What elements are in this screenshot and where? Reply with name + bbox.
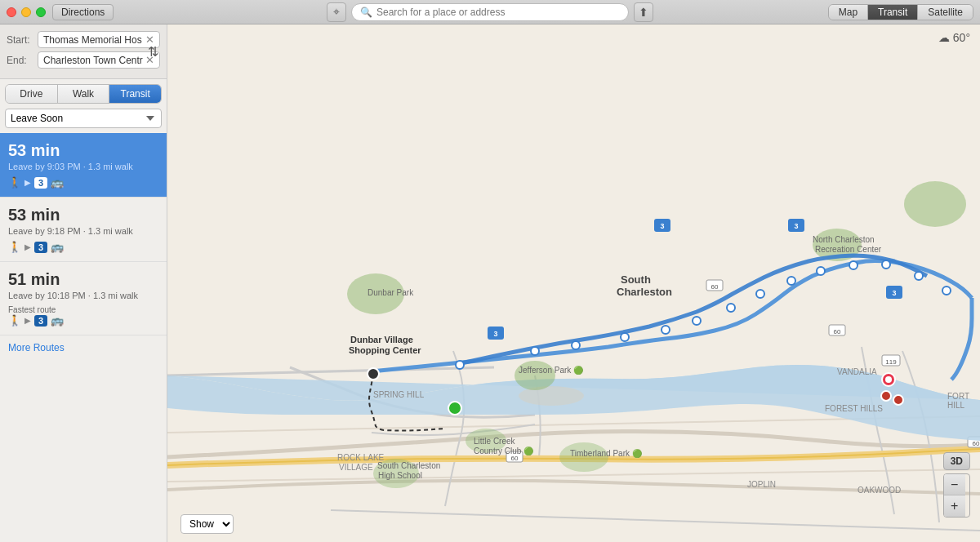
svg-text:60: 60	[834, 328, 841, 335]
route-detail: Leave by 10:18 PM · 1.3 mi walk	[8, 291, 158, 300]
svg-point-20	[373, 459, 419, 488]
svg-point-48	[368, 368, 379, 380]
arrow-icon: ▶	[24, 242, 31, 251]
svg-point-16	[347, 273, 404, 314]
svg-point-17	[514, 361, 555, 390]
svg-point-22	[559, 442, 608, 472]
satellite-button[interactable]: Satellite	[918, 5, 973, 20]
map-area[interactable]: 60 60 60 60 119	[167, 24, 980, 542]
search-icon: 🔍	[360, 7, 372, 18]
search-bar: 🔍	[351, 3, 629, 21]
end-input[interactable]: Charleston Town Centr ✕	[38, 51, 160, 69]
transit-button[interactable]: Transit	[868, 5, 918, 20]
svg-text:3: 3	[794, 222, 798, 230]
svg-text:60: 60	[711, 283, 719, 291]
route-note: Fastest route	[8, 305, 158, 314]
end-row: End: Charleston Town Centr ✕	[7, 51, 160, 69]
walk-icon: 🚶	[8, 314, 21, 327]
arrow-icon: ▶	[24, 316, 31, 325]
route-inputs: Start: Thomas Memorial Hos ✕ End: Charle…	[0, 24, 167, 79]
route-time: 53 min	[8, 206, 158, 224]
map-view-buttons: Map Transit Satellite	[828, 4, 973, 20]
svg-point-45	[448, 402, 461, 415]
svg-point-47	[885, 376, 892, 383]
svg-text:3: 3	[660, 222, 664, 230]
start-input[interactable]: Thomas Memorial Hos ✕	[38, 31, 160, 48]
map-svg: 60 60 60 60 119	[167, 24, 980, 542]
svg-point-33	[849, 261, 858, 269]
show-select[interactable]: Show	[180, 514, 234, 534]
directions-button[interactable]: Directions	[52, 4, 114, 20]
transport-modes: Drive Walk Transit	[5, 84, 162, 104]
route-detail: Leave by 9:03 PM · 1.3 mi walk	[8, 162, 158, 171]
svg-point-27	[662, 326, 670, 334]
svg-point-30	[756, 290, 764, 298]
svg-point-35	[915, 272, 923, 280]
svg-point-19	[904, 181, 966, 227]
drive-button[interactable]: Drive	[6, 85, 58, 103]
weather-icon: ☁	[938, 31, 950, 44]
route-detail: Leave by 9:18 PM · 1.3 mi walk	[8, 226, 158, 236]
svg-text:3: 3	[892, 289, 896, 297]
svg-point-21	[466, 429, 506, 453]
svg-text:119: 119	[885, 358, 897, 366]
svg-point-23	[456, 361, 464, 369]
main-content: Start: Thomas Memorial Hos ✕ End: Charle…	[0, 24, 980, 542]
depart-select[interactable]: Leave Soon Leave At Arrive By	[5, 109, 162, 128]
svg-point-25	[572, 341, 580, 349]
bus-badge: 3	[34, 315, 47, 327]
walk-button[interactable]: Walk	[58, 85, 110, 103]
route-item[interactable]: 53 min Leave by 9:18 PM · 1.3 mi walk 🚶 …	[0, 198, 167, 262]
svg-point-32	[817, 267, 825, 275]
bus-icon: 🚌	[51, 314, 64, 327]
weather-display: ☁ 60°	[938, 31, 970, 44]
route-time: 53 min	[8, 141, 158, 160]
temperature: 60°	[953, 31, 970, 44]
route-item[interactable]: 53 min Leave by 9:03 PM · 1.3 mi walk 🚶 …	[0, 133, 167, 198]
swap-button[interactable]: ⇅	[145, 44, 160, 59]
close-button[interactable]	[7, 7, 16, 17]
traffic-lights	[7, 7, 46, 17]
titlebar: Directions ⌖ 🔍 ⬆ Map Transit Satellite	[0, 0, 980, 24]
routes-list: 53 min Leave by 9:03 PM · 1.3 mi walk 🚶 …	[0, 133, 167, 542]
zoom-in-button[interactable]: −	[944, 474, 965, 495]
walk-icon: 🚶	[8, 241, 21, 253]
share-button[interactable]: ⬆	[634, 2, 653, 22]
bus-badge: 3	[34, 242, 47, 253]
svg-point-28	[693, 317, 701, 325]
svg-point-29	[727, 304, 735, 312]
arrow-icon: ▶	[24, 178, 31, 187]
bus-badge: 3	[34, 177, 47, 189]
route-item[interactable]: 51 min Leave by 10:18 PM · 1.3 mi walk F…	[0, 262, 167, 335]
svg-point-36	[942, 287, 951, 295]
route-icons: 🚶 ▶ 3 🚌	[8, 241, 158, 253]
sidebar: Start: Thomas Memorial Hos ✕ End: Charle…	[0, 24, 167, 542]
start-row: Start: Thomas Memorial Hos ✕	[7, 31, 160, 48]
svg-text:60: 60	[973, 440, 980, 447]
svg-text:60: 60	[511, 455, 519, 462]
bus-icon: 🚌	[51, 176, 64, 189]
svg-point-34	[882, 260, 890, 269]
location-arrow-icon[interactable]: ⌖	[327, 2, 346, 22]
3d-button[interactable]: 3D	[943, 452, 970, 470]
search-input[interactable]	[376, 7, 620, 18]
svg-text:3: 3	[493, 330, 497, 338]
zoom-out-button[interactable]: +	[944, 495, 965, 517]
route-icons: 🚶 ▶ 3 🚌	[8, 176, 158, 189]
walk-icon: 🚶	[8, 176, 21, 189]
route-time: 51 min	[8, 270, 158, 289]
end-label: End:	[7, 55, 38, 66]
bus-icon: 🚌	[51, 241, 64, 253]
show-dropdown: Show	[180, 514, 234, 534]
zoom-controls: − +	[943, 473, 970, 518]
svg-point-50	[893, 395, 903, 405]
start-label: Start:	[7, 34, 38, 46]
svg-point-24	[531, 347, 539, 355]
more-routes-button[interactable]: More Routes	[0, 335, 167, 360]
transit-mode-button[interactable]: Transit	[109, 85, 161, 103]
maximize-button[interactable]	[36, 7, 46, 17]
svg-point-31	[787, 277, 795, 285]
minimize-button[interactable]	[21, 7, 31, 17]
titlebar-center: ⌖ 🔍 ⬆	[327, 2, 653, 22]
map-button[interactable]: Map	[829, 5, 868, 20]
